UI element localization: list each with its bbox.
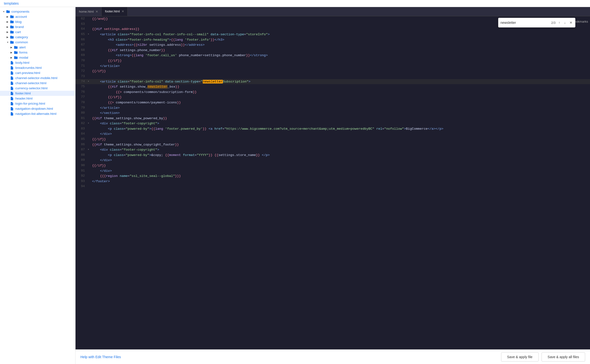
folder-open-icon [10, 41, 14, 44]
line-num-82: 82 [76, 121, 88, 126]
line-arrow-74: ▾ [88, 79, 91, 84]
line-arrow-85 [88, 137, 91, 142]
file-icon [10, 102, 14, 105]
save-apply-all-files-button[interactable]: Save & apply all files [542, 352, 585, 362]
search-bar: 2/3 ↑ ↓ × [498, 18, 575, 27]
tab-close-home-html[interactable]: × [96, 10, 98, 14]
sidebar-item-footer-html[interactable]: ▶ footer.html [0, 91, 75, 96]
sidebar-item-channel-selector-html[interactable]: ▶ channel-selector.html [0, 81, 75, 86]
line-num-64: 64 [76, 27, 88, 32]
sidebar-label-breadcrumbs-html: breadcrumbs.html [15, 66, 42, 70]
line-num-93: 93 [76, 179, 88, 184]
sidebar-item-components[interactable]: ▾ components [0, 9, 75, 14]
line-content-72: {{/if}} [91, 69, 590, 74]
line-num-85: 85 [76, 137, 88, 142]
line-content-90: {{/if}} [91, 163, 590, 168]
code-line-93: 93 </footer> [76, 179, 590, 184]
folder-open-icon [6, 10, 10, 13]
line-num-69: 69 [76, 53, 88, 58]
sidebar-item-account[interactable]: ▶ account [0, 14, 75, 19]
sidebar-label-login-for-pricing-html: login-for-pricing.html [15, 102, 45, 105]
code-line-81: 81 {{#if theme_settings.show_powered_by}… [76, 116, 590, 121]
line-arrow-87: ▾ [88, 147, 91, 153]
tab-close-footer-html[interactable]: × [122, 9, 124, 13]
line-num-77: 77 [76, 95, 88, 100]
line-arrow-66 [88, 37, 91, 43]
line-content-80: </section> [91, 110, 590, 116]
code-line-84: 84 </div> [76, 131, 590, 137]
folder-icon [14, 56, 18, 59]
line-num-86: 86 [76, 142, 88, 147]
line-num-63: 63 [76, 22, 88, 27]
line-content-81: {{#if theme_settings.show_powered_by}} [91, 116, 590, 121]
sidebar-item-channel-selector-mobile-html[interactable]: ▶ channel-selector-mobile.html [0, 75, 75, 81]
sidebar-item-breadcrumbs-html[interactable]: ▶ breadcrumbs.html [0, 65, 75, 70]
sidebar-item-forms[interactable]: ▶ forms [0, 50, 75, 55]
folder-icon [14, 46, 18, 49]
sidebar-label-footer-html: footer.html [15, 91, 31, 95]
line-num-70: 70 [76, 58, 88, 64]
sidebar-item-modal[interactable]: ▶ modal [0, 55, 75, 60]
line-arrow-81 [88, 116, 91, 121]
line-content-89: </div> [91, 158, 590, 163]
save-apply-file-button[interactable]: Save & apply file [501, 352, 539, 362]
sidebar-label-navigation-dropdown-html: navigation-dropdown.html [15, 107, 53, 110]
code-lines-container: 62 {{/and}} 63 64 {{#if settings.address… [76, 16, 590, 189]
line-content-68: {{#if settings.phone_number}} [91, 48, 590, 53]
line-num-79: 79 [76, 105, 88, 111]
line-num-89: 89 [76, 158, 88, 163]
code-line-89: 89 </div> [76, 158, 590, 163]
code-line-79: 79 </article> [76, 105, 590, 111]
code-line-73: 73 [76, 74, 590, 79]
sidebar-item-cart[interactable]: ▶ cart [0, 29, 75, 35]
chevron-right-icon: ▶ [6, 20, 9, 24]
line-num-91: 91 [76, 168, 88, 174]
help-link[interactable]: Help with Edit Theme Files [80, 355, 121, 359]
file-icon [10, 71, 14, 75]
sidebar-item-alert[interactable]: ▶ alert [0, 45, 75, 50]
sidebar-item-brand[interactable]: ▶ brand [0, 24, 75, 29]
search-next-button[interactable]: ↓ [563, 20, 567, 25]
sidebar-item-navigation-dropdown-html[interactable]: ▶ navigation-dropdown.html [0, 106, 75, 111]
code-editor[interactable]: 62 {{/and}} 63 64 {{#if settings.address… [76, 16, 590, 349]
search-input[interactable] [500, 21, 549, 25]
line-num-83: 83 [76, 126, 88, 132]
code-line-80: 80 </section> [76, 110, 590, 116]
sidebar-item-login-for-pricing-html[interactable]: ▶ login-for-pricing.html [0, 101, 75, 106]
code-line-71: 71 </article> [76, 64, 590, 69]
sidebar-item-currency-selector-html[interactable]: ▶ currency-selector.html [0, 86, 75, 91]
sidebar-label-components: components [11, 10, 29, 13]
search-prev-button[interactable]: ↑ [557, 20, 561, 25]
code-line-75: 75 {{#if settings.show_newsletter_box}} [76, 84, 590, 90]
sidebar-label-channel-selector-mobile-html: channel-selector-mobile.html [15, 76, 57, 80]
sidebar-item-body-html[interactable]: ▶ body.html [0, 60, 75, 65]
sidebar-item-category[interactable]: ▶ category [0, 35, 75, 40]
line-num-90: 90 [76, 163, 88, 168]
code-line-88: 88 <p class="powered-by">&copy; {{moment… [76, 153, 590, 158]
sidebar-label-modal: modal [19, 56, 28, 59]
code-line-94: 94 [76, 184, 590, 189]
sidebar-item-navigation-list-alternate-html[interactable]: ▶ navigation-list-alternate.html [0, 111, 75, 116]
sidebar-item-blog[interactable]: ▶ blog [0, 19, 75, 24]
code-line-90: 90 {{/if}} [76, 163, 590, 168]
tab-footer-html[interactable]: footer.html × [102, 7, 128, 16]
file-icon [10, 82, 14, 85]
line-content-85: {{/if}} [91, 137, 590, 142]
sidebar-item-cart-preview-html[interactable]: ▶ cart-preview.html [0, 70, 75, 75]
line-arrow-90 [88, 163, 91, 168]
line-content-74: <article class="footer-info-col" data-se… [91, 79, 590, 84]
line-num-67: 67 [76, 42, 88, 48]
line-arrow-62 [88, 16, 91, 22]
line-arrow-83 [88, 126, 91, 132]
file-tree-sidebar: ▾ components ▶ account ▶ blog [0, 7, 76, 364]
sidebar-item-common[interactable]: ▾ common [0, 40, 75, 45]
line-arrow-71 [88, 64, 91, 69]
templates-link[interactable]: templates [4, 1, 19, 5]
chevron-right-icon: ▶ [10, 46, 13, 49]
tab-home-html[interactable]: home.html × [76, 7, 102, 16]
sidebar-item-header-html[interactable]: ▶ header.html [0, 96, 75, 101]
line-content-92: {{{region name="ssl_site_seal--global"}}… [91, 173, 590, 179]
line-content-79: </article> [91, 105, 590, 111]
search-close-button[interactable]: × [569, 20, 573, 26]
line-num-78: 78 [76, 100, 88, 105]
